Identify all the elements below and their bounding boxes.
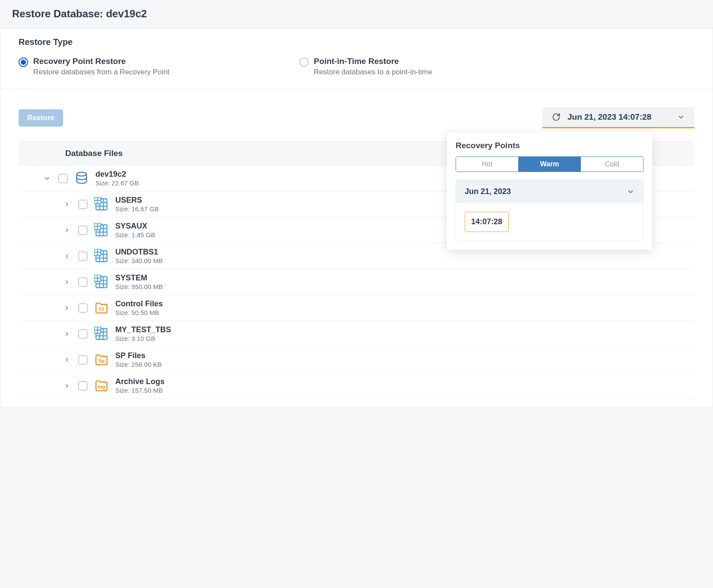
file-row: MY_TEST_TBS Size:3.10 GB <box>19 321 694 347</box>
file-name: Archive Logs <box>115 377 165 386</box>
expand-toggle[interactable] <box>62 199 72 210</box>
refresh-icon <box>552 113 561 121</box>
page-title: Restore Database: dev19c2 <box>12 8 701 20</box>
radio-icon <box>19 57 28 67</box>
radio-icon <box>299 57 309 67</box>
checkbox[interactable] <box>78 329 88 339</box>
size-label: Size: <box>115 257 130 264</box>
chevron-down-icon <box>677 113 685 121</box>
checkbox[interactable] <box>78 251 88 261</box>
restore-type-point-in-time[interactable]: Point-in-Time Restore Restore databases … <box>299 57 432 76</box>
expand-toggle[interactable] <box>62 355 72 365</box>
size-label: Size: <box>115 309 130 316</box>
size-label: Size: <box>115 231 130 238</box>
segment-cold[interactable]: Cold <box>580 157 643 172</box>
size-label: Size: <box>115 335 130 342</box>
checkbox[interactable] <box>78 303 88 313</box>
checkbox[interactable] <box>78 355 88 365</box>
radio-sublabel: Restore databases from a Recovery Point <box>33 68 170 76</box>
svg-text:Sp: Sp <box>98 358 105 363</box>
svg-text:log: log <box>98 384 105 389</box>
file-size: 256.00 KB <box>131 361 162 368</box>
checkbox[interactable] <box>78 200 88 209</box>
collapse-toggle[interactable] <box>42 173 52 184</box>
radio-label: Recovery Point Restore <box>33 57 170 66</box>
file-name: UNDOTBS1 <box>115 248 163 257</box>
restore-button[interactable]: Restore <box>19 109 63 127</box>
file-row: log Archive Logs Size:157.50 MB <box>19 373 694 399</box>
segment-hot[interactable]: Hot <box>456 157 518 172</box>
file-size: 1.45 GB <box>131 231 155 238</box>
expand-toggle[interactable] <box>62 381 72 391</box>
tablespace-icon <box>94 248 109 264</box>
expand-toggle[interactable] <box>62 277 72 287</box>
file-row: SYSTEM Size:950.00 MB <box>19 269 694 295</box>
checkbox[interactable] <box>58 174 68 183</box>
file-name: SYSTEM <box>115 273 163 283</box>
recovery-point-value: Jun 21, 2023 14:07:28 <box>567 112 651 122</box>
segment-warm[interactable]: Warm <box>518 157 581 172</box>
expand-toggle[interactable] <box>62 225 72 235</box>
checkbox[interactable] <box>78 277 88 287</box>
file-name: SYSAUX <box>115 222 155 231</box>
tablespace-icon <box>94 326 109 342</box>
recovery-points-popover: Recovery Points Hot Warm Cold Jun 21, 20… <box>447 132 652 250</box>
expand-toggle[interactable] <box>62 303 72 313</box>
checkbox[interactable] <box>78 226 88 235</box>
tablespace-icon <box>94 197 109 212</box>
size-label: Size: <box>115 205 130 213</box>
file-size: 157.50 MB <box>131 387 163 394</box>
date-group-label: Jun 21, 2023 <box>465 187 511 196</box>
file-name: USERS <box>115 196 159 205</box>
folder-ct-icon: Ct <box>94 300 109 316</box>
radio-sublabel: Restore databases to a point-in-time <box>314 68 432 76</box>
radio-label: Point-in-Time Restore <box>314 57 432 66</box>
restore-type-recovery-point[interactable]: Recovery Point Restore Restore databases… <box>19 57 170 76</box>
size-label: Size: <box>115 361 130 368</box>
file-size: 950.00 MB <box>131 283 163 290</box>
file-size: 50.50 MB <box>131 309 159 316</box>
popover-title: Recovery Points <box>456 141 643 150</box>
date-group-header[interactable]: Jun 21, 2023 <box>456 180 643 203</box>
file-size: 340.00 MB <box>131 257 163 264</box>
file-size: 22.67 GB <box>111 179 139 187</box>
file-name: SP Files <box>115 351 162 360</box>
size-label: Size: <box>95 179 110 187</box>
expand-toggle[interactable] <box>62 251 72 261</box>
expand-toggle[interactable] <box>62 329 72 339</box>
recovery-point-picker[interactable]: Jun 21, 2023 14:07:28 <box>542 107 694 128</box>
folder-sp-icon: Sp <box>94 352 109 368</box>
chevron-down-icon <box>627 188 634 196</box>
size-label: Size: <box>115 387 130 394</box>
file-name: dev19c2 <box>95 170 139 179</box>
temperature-segment: Hot Warm Cold <box>456 156 643 172</box>
tablespace-icon <box>94 222 109 238</box>
size-label: Size: <box>115 283 130 290</box>
checkbox[interactable] <box>78 381 88 391</box>
file-size: 3.10 GB <box>131 335 155 342</box>
file-name: Control Files <box>115 299 163 308</box>
file-size: 16.67 GB <box>131 205 158 213</box>
restore-type-heading: Restore Type <box>19 37 694 47</box>
tablespace-icon <box>94 274 109 290</box>
folder-log-icon: log <box>94 378 109 394</box>
file-row: Ct Control Files Size:50.50 MB <box>19 295 694 321</box>
svg-point-0 <box>77 172 87 176</box>
file-name: MY_TEST_TBS <box>115 325 171 334</box>
time-chip[interactable]: 14:07:28 <box>465 212 509 232</box>
svg-text:Ct: Ct <box>99 306 104 311</box>
database-icon <box>74 171 89 186</box>
file-row: Sp SP Files Size:256.00 KB <box>19 347 694 373</box>
